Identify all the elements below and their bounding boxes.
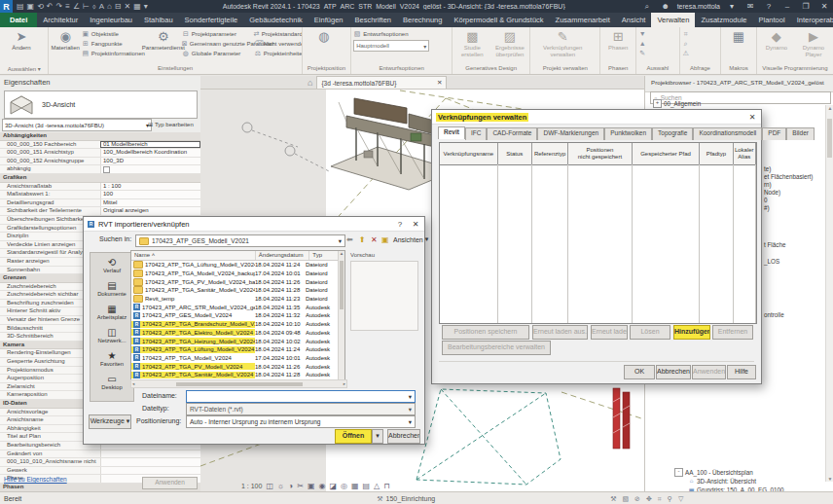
scale-control[interactable]: 1 : 100 <box>241 483 262 489</box>
property-value[interactable] <box>100 165 200 173</box>
reveal-hidden-icon[interactable]: ◎ <box>341 482 347 490</box>
project-parameters-button[interactable]: ⊟Projektparameter <box>182 29 252 38</box>
select-links-icon[interactable]: ⌗ <box>658 495 662 503</box>
select-pinned-icon[interactable]: ⚲ <box>668 495 672 503</box>
close-icon[interactable]: ✕ <box>743 113 761 122</box>
global-parameters-button[interactable]: ◍Globale Parameter <box>182 49 252 57</box>
manage-links-button[interactable]: ✎ Verknüpfungen verwalten <box>532 29 593 57</box>
visual-style-icon[interactable]: ◫ <box>266 482 273 490</box>
close-view-icon[interactable]: ✕ <box>437 79 442 87</box>
ribbon-tab-stahlbau[interactable]: Stahlbau <box>138 13 179 27</box>
file-list-scrollbar[interactable]: ▲ <box>338 251 344 379</box>
phases-button[interactable]: ⊞ Phasen <box>602 29 634 52</box>
ribbon-tab-ingenieurbau[interactable]: Ingenieurbau <box>84 13 138 27</box>
signed-in-user[interactable]: teresa.mottola <box>677 3 720 10</box>
thin-lines-icon[interactable]: ✕ <box>125 0 131 13</box>
file-row[interactable]: R170423_ATP_TGA_Heizung_Modell_V202418.0… <box>131 337 344 345</box>
property-value[interactable]: 01 Modellbereich <box>100 141 200 149</box>
3d-lock-icon[interactable]: ◉ <box>318 482 325 490</box>
project-browser-title[interactable]: Projektbrowser - 170423_ATP_ARC_STR_Mode… <box>645 76 833 92</box>
redo-icon[interactable]: ↷ <box>56 0 63 13</box>
file-row[interactable]: R170423_ATP_TGA_Brandschutz_Modell_V2024… <box>131 320 344 329</box>
project-info-button[interactable]: ▤Projektinformationen <box>82 49 145 57</box>
home-icon[interactable]: ⌂ <box>308 78 312 88</box>
crop-view-icon[interactable]: ✂ <box>297 482 304 490</box>
temporary-view-icon[interactable]: ▤ <box>363 482 371 490</box>
crop-region-icon[interactable]: ▣ <box>308 482 315 490</box>
file-list-hscrollbar[interactable]: ◂▸ <box>130 379 347 388</box>
file-row[interactable]: R170423_ATP_TGA_PV_Modell_V202418.04.202… <box>131 362 344 371</box>
group-label-select[interactable]: Auswählen ▾ <box>0 65 48 74</box>
temporary-hide-icon[interactable]: ◪ <box>329 482 337 490</box>
ribbon-tab-verwalten[interactable]: Verwalten <box>651 13 695 27</box>
ribbon-tab-zusammenarbeit[interactable]: Zusammenarbeit <box>550 13 616 27</box>
new-folder-icon[interactable]: ▣ <box>381 235 389 244</box>
ribbon-tab-architektur[interactable]: Architektur <box>37 13 84 27</box>
property-value[interactable]: Mittel <box>100 199 200 207</box>
delete-icon[interactable]: ✕ <box>371 235 378 244</box>
tag-icon[interactable]: ⬨ <box>92 0 96 13</box>
properties-apply-button[interactable]: Anwenden <box>142 477 198 489</box>
filename-input[interactable]: ▾ <box>186 390 416 403</box>
open-dropdown-button[interactable]: ▾ <box>372 429 383 444</box>
file-row[interactable]: Revit_temp18.04.2024 11:23Dateiord <box>131 295 344 304</box>
file-row[interactable]: 170423_ATP_TGA_Sanitär_Modell_V2024_bac.… <box>131 286 344 295</box>
default-3d-view-icon[interactable]: ⌂ <box>107 0 112 13</box>
back-icon[interactable]: ⬅ <box>346 235 353 244</box>
tree-item[interactable]: -AA_100 - Übersichtsplan <box>674 468 753 476</box>
tree-item[interactable]: ⌂3D-Ansicht: Übersicht <box>688 477 756 485</box>
links-button-l-sen[interactable]: Lösen <box>630 325 670 340</box>
ribbon-tab-beschriften[interactable]: Beschriften <box>348 13 397 27</box>
place-netzwerk-[interactable]: ◫Netzwerk... <box>91 323 133 346</box>
edit-selection-button[interactable]: ✎ <box>638 49 646 57</box>
design-options-icon[interactable]: ▧ <box>622 495 629 503</box>
save-icon[interactable]: ▣ <box>27 0 35 13</box>
filetype-combo[interactable]: RVT-Dateien (*.rvt)▾ <box>186 403 416 415</box>
revit-logo[interactable]: R <box>0 0 13 13</box>
views-dropdown[interactable]: Ansichten▾ <box>393 235 428 243</box>
project-location-button[interactable]: ◍ <box>305 29 344 45</box>
file-row[interactable]: R170423_ATP_TGA_Lüftung_Modell_V202418.0… <box>131 345 344 354</box>
up-folder-icon[interactable]: ⬆ <box>359 235 366 244</box>
minimize-button[interactable]: – <box>780 2 794 11</box>
parameters-service-button[interactable]: ⚙ Parameterdienst <box>147 29 180 52</box>
shadows-icon[interactable]: ◑ <box>288 482 293 490</box>
restore-button[interactable]: ❐ <box>799 2 813 11</box>
search-icon[interactable]: ⌕ <box>640 2 654 12</box>
file-row[interactable]: 170423_ATP_TGA_PV_Modell_V2024_backup18.… <box>131 277 344 286</box>
design-options-button[interactable]: ▧Entwurfsoptionen <box>353 29 408 38</box>
place-arbeitsplatz[interactable]: ▦Arbeitsplatz <box>91 300 133 323</box>
ribbon-tab-berechnung[interactable]: Berechnung <box>397 13 448 27</box>
section-icon[interactable]: ⊟ <box>115 0 122 13</box>
tools-button[interactable]: Werkzeuge ▾ <box>89 414 131 429</box>
property-value[interactable]: 100 <box>100 191 200 198</box>
file-row[interactable]: 170423_ATP_TGA_Lüftung_Modell_V2024_ba..… <box>131 261 344 270</box>
type-selector[interactable]: 3D-Ansicht <box>4 90 198 119</box>
file-row[interactable]: R170423_ATP_GES_Modell_V202418.04.2024 1… <box>131 311 344 320</box>
measure-icon[interactable]: ∠ <box>73 0 80 13</box>
purge-unused-button[interactable]: ⌫Nicht verwendete bereinigen <box>254 39 303 48</box>
file-tab[interactable]: Datei <box>0 13 37 27</box>
links-tab-ifc[interactable]: IFC <box>465 127 487 140</box>
close-icon[interactable]: ✕ <box>407 220 424 229</box>
undo-icon[interactable]: ↶ <box>47 0 54 13</box>
collapse-icon[interactable]: - <box>674 468 683 477</box>
filter-icon[interactable]: ▽ <box>678 495 683 503</box>
ribbon-tab-sonderfertigteile[interactable]: Sonderfertigteile <box>179 13 244 27</box>
cancel-button[interactable]: Abbrechen <box>387 429 420 444</box>
ribbon-tab-k-rpermodell-grundst-ck[interactable]: Körpermodell & Grundstück <box>448 13 549 27</box>
place-verlauf[interactable]: ⟲Verlauf <box>91 253 133 276</box>
switch-windows-icon[interactable]: ▦ <box>133 0 141 13</box>
user-avatar-icon[interactable]: ☻ <box>659 2 672 11</box>
property-value[interactable]: 100_Modellbereich Koordination <box>100 149 200 157</box>
element-ids-button[interactable]: ⌗ <box>682 29 690 38</box>
help-icon[interactable]: ? <box>393 220 407 229</box>
ribbon-tab-plantool[interactable]: Plantool <box>753 13 791 27</box>
shared-parameters-button[interactable]: ⊠Gemeinsam genutzte Parameter <box>182 39 252 48</box>
worksharing-display-icon[interactable]: ▦ <box>351 482 359 490</box>
load-selection-button[interactable]: ▲ <box>638 39 646 48</box>
constraints-icon[interactable]: ⊓ <box>383 482 389 490</box>
analytical-model-icon[interactable]: △ <box>374 482 380 490</box>
links-button-erneut-laden-aus-[interactable]: Erneut laden aus... <box>532 325 588 340</box>
aligned-dimension-icon[interactable]: ⊢ <box>83 0 90 13</box>
